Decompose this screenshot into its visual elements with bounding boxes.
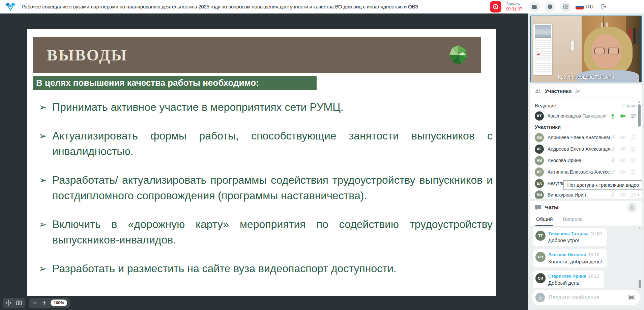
screenshare-off-icon[interactable] (630, 146, 636, 152)
scroll-down-arrow[interactable]: ▼ (637, 193, 640, 197)
wall-remote (571, 41, 574, 51)
chat-icon (535, 204, 541, 211)
stage-toolbar: − + 100% (3, 298, 70, 308)
screenshare-off-icon[interactable] (630, 158, 636, 163)
gem-icon (448, 45, 468, 66)
camera-off-icon[interactable] (620, 192, 626, 198)
participant-row[interactable]: ВИ Винокурова Ирин (535, 189, 637, 199)
mic-off-icon[interactable] (610, 135, 616, 140)
mic-off-icon[interactable] (610, 146, 616, 152)
bullet-arrow-icon: ➢ (39, 261, 52, 276)
camera-off-icon[interactable] (620, 146, 626, 152)
avatar: АЕ (535, 145, 544, 154)
zoom-in-button[interactable]: + (41, 300, 47, 306)
screenshare-off-icon[interactable] (630, 192, 636, 198)
camera-off-icon[interactable] (620, 169, 626, 175)
slide-bullet: ➢ Принимать активное участие в мероприят… (39, 100, 493, 115)
language-switcher[interactable]: RU (576, 4, 593, 9)
record-status: Запись 00:31:07 (506, 2, 523, 11)
scroll-up-arrow[interactable]: ▲ (638, 227, 641, 230)
slide-bullet: ➢ Актуализировать формы работы, способст… (39, 128, 493, 159)
video-access-tooltip: Нет доступа к трансляции видео (563, 180, 642, 190)
tab-questions[interactable]: Вопросы (562, 214, 584, 226)
message-author: Левкина Наталья (548, 252, 586, 257)
participant-row[interactable]: АЕ Алонцева Елена Анатольевна (535, 132, 637, 143)
record-button[interactable] (490, 1, 501, 12)
message-text: Коллеги, добрый день! (548, 259, 602, 264)
camera-off-icon[interactable] (620, 158, 626, 163)
emoji-button[interactable]: ☺ (535, 293, 545, 302)
exit-button[interactable] (598, 1, 609, 12)
speaker-video[interactable]: Краснопевцева Татьяна (530, 16, 642, 82)
gear-icon (629, 205, 635, 210)
language-label: RU (586, 4, 593, 9)
host-row[interactable]: КТ Краснопевцева Татьян... ведущий (535, 110, 637, 122)
send-icon[interactable] (627, 293, 636, 302)
participant-row[interactable]: АИ Аносова Ирина (535, 155, 637, 166)
mic-off-icon[interactable] (610, 169, 616, 175)
host-role: ведущий (588, 113, 610, 119)
slide-header: ВЫВОДЫ (33, 37, 481, 73)
message-author: Тимонина Татьяна (548, 231, 588, 236)
message-time: 10:10 (588, 252, 599, 257)
slide-bullet: ➢ Разработать и разместить на сайте вуза… (39, 261, 493, 276)
avatar: ТТ (535, 231, 546, 241)
settings-button[interactable] (560, 1, 571, 12)
files-button[interactable] (529, 1, 540, 12)
fit-width-icon[interactable] (16, 300, 22, 306)
screenshare-off-icon[interactable] (630, 135, 636, 140)
pan-move-icon[interactable] (5, 300, 12, 306)
slide-bullet: ➢ Разработать/ актуализировать программы… (39, 173, 493, 203)
avatar: ЛН (535, 252, 546, 262)
chat-settings-button[interactable] (626, 202, 637, 213)
participant-name: Винокурова Ирин (548, 192, 586, 198)
hosts-label: Ведущие (535, 103, 556, 108)
info-button[interactable] (545, 1, 555, 12)
zoom-out-button[interactable]: − (32, 300, 38, 306)
screenshare-off-icon[interactable] (630, 113, 636, 119)
slide-subtitle-box: В целях повышения качества работы необхо… (33, 76, 317, 90)
slide-bullet: ➢ Включить в «дорожную карту» мероприяти… (39, 217, 493, 248)
chat-input-row: ☺ (530, 288, 642, 308)
camera-off-icon[interactable] (620, 135, 626, 140)
participants-title: Участники (545, 88, 572, 94)
bullet-text: Разработать и разместить на сайте вуза в… (52, 261, 493, 276)
mic-off-icon[interactable] (610, 158, 616, 163)
folder-icon (531, 4, 537, 10)
slide: ВЫВОДЫ В целях повышения качества работы… (27, 29, 496, 296)
slide-title: ВЫВОДЫ (47, 46, 128, 64)
avatar: БА (535, 179, 544, 188)
record-icon (493, 4, 499, 10)
camera-on-icon[interactable] (620, 113, 626, 119)
bullet-arrow-icon: ➢ (39, 217, 52, 248)
chat-scrollbar[interactable]: ▲ ▼ (638, 227, 641, 286)
bullet-text: Принимать активное участие в мероприятия… (52, 100, 493, 115)
sidebar: Краснопевцева Татьяна Участники 34 Ведущ… (528, 14, 644, 310)
slide-bullet-list: ➢ Принимать активное участие в мероприят… (39, 100, 493, 290)
avatar: ВИ (535, 190, 544, 199)
message-input[interactable] (549, 294, 627, 301)
chat-panel: Чаты Общий Вопросы ▲ ▼ (530, 201, 642, 308)
scroll-up-arrow[interactable]: ▲ (638, 100, 641, 103)
bullet-text: Разработать/ актуализировать программы с… (52, 173, 493, 203)
tab-general[interactable]: Общий (535, 214, 553, 226)
rights-label: Права (623, 103, 637, 108)
chat-title: Чаты (545, 204, 558, 210)
bullet-arrow-icon: ➢ (39, 100, 52, 115)
bullet-arrow-icon: ➢ (39, 128, 52, 159)
participants-header: Участники 34 (530, 84, 642, 98)
chat-tabs: Общий Вопросы (530, 214, 642, 226)
avatar: АИ (535, 156, 544, 165)
chat-messages: ▲ ▼ ТТ Тимонина Татьяна10:09 Доброе утро… (530, 226, 642, 288)
screenshare-off-icon[interactable] (630, 169, 636, 175)
participants-list: Ведущие Права КТ Краснопевцева Татьян...… (530, 98, 642, 199)
mic-off-icon[interactable] (610, 192, 616, 198)
mic-on-icon[interactable] (610, 113, 616, 119)
participant-name: Аносова Ирина (548, 158, 581, 163)
zoom-level-badge[interactable]: 100% (51, 300, 67, 306)
participant-row[interactable]: АЕ Антипина Елизавета Алексеевна (535, 166, 637, 178)
participant-row[interactable]: АЕ Андреева Елена Александровна (535, 143, 637, 155)
slide-subtitle: В целях повышения качества работы необхо… (36, 78, 259, 88)
record-label: Запись (506, 2, 523, 6)
chat-message: СИ Старикова Ирина10:13 Добрый день! (533, 270, 636, 288)
